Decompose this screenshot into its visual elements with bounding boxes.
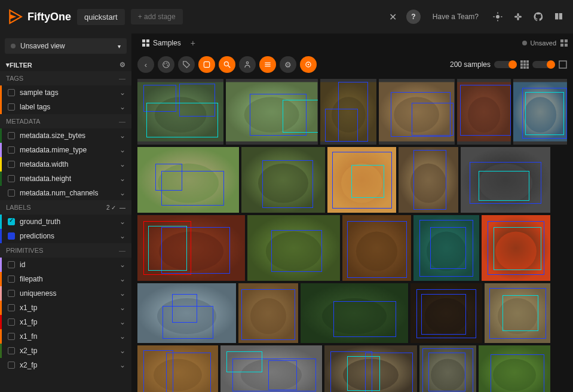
section-header[interactable]: LABELS2 ✓ —: [0, 200, 131, 215]
sample-thumbnail[interactable]: [220, 345, 322, 392]
filter-item[interactable]: x2_fp⌄: [0, 358, 131, 372]
slack-icon[interactable]: [513, 11, 523, 22]
checkbox[interactable]: [8, 132, 15, 139]
sample-thumbnail[interactable]: [320, 79, 377, 145]
sample-thumbnail[interactable]: [137, 215, 245, 281]
checkbox[interactable]: [8, 175, 15, 182]
checkbox[interactable]: [8, 290, 15, 297]
filter-item[interactable]: metadata.num_channels⌄: [0, 186, 131, 200]
expand-icon[interactable]: [559, 60, 567, 69]
filter-item[interactable]: metadata.size_bytes⌄: [0, 128, 131, 143]
sample-thumbnail[interactable]: [301, 283, 408, 343]
chevron-down-icon: ⌄: [119, 275, 125, 283]
sample-thumbnail[interactable]: [461, 147, 550, 213]
section-header[interactable]: PRIMITIVES—: [0, 243, 131, 258]
checkbox[interactable]: [8, 161, 15, 168]
back-button[interactable]: ‹: [137, 56, 154, 73]
checkbox[interactable]: [8, 333, 15, 340]
filter-item[interactable]: id⌄: [0, 258, 131, 272]
sample-thumbnail[interactable]: [379, 79, 454, 145]
checkbox[interactable]: [8, 318, 15, 326]
checkbox[interactable]: [8, 232, 15, 240]
section-header[interactable]: TAGS—: [0, 71, 131, 85]
checkbox[interactable]: [8, 218, 15, 225]
sample-thumbnail[interactable]: [241, 147, 325, 213]
sample-thumbnail[interactable]: [137, 345, 218, 392]
ai-button[interactable]: [300, 56, 317, 73]
filter-label: filepath: [20, 275, 43, 283]
sample-thumbnail[interactable]: [247, 215, 340, 281]
sample-thumbnail[interactable]: [137, 79, 223, 145]
person-button[interactable]: [239, 56, 256, 73]
settings-button[interactable]: ⚙: [280, 56, 296, 73]
sample-thumbnail[interactable]: [399, 147, 458, 213]
sample-thumbnail[interactable]: [137, 283, 236, 343]
checkbox[interactable]: [8, 103, 15, 111]
dataset-selector[interactable]: quickstart: [77, 9, 125, 25]
filter-label: id: [20, 261, 25, 269]
checkbox[interactable]: [8, 261, 15, 268]
docs-icon[interactable]: [553, 11, 564, 22]
filter-item[interactable]: x2_tp⌄: [0, 344, 131, 358]
brightness-icon[interactable]: [492, 11, 503, 22]
filter-item[interactable]: x1_fp⌄: [0, 315, 131, 329]
sample-thumbnail[interactable]: [482, 215, 550, 281]
sample-thumbnail[interactable]: [410, 283, 482, 343]
palette-button[interactable]: [158, 56, 174, 73]
zoom-slider[interactable]: [532, 61, 555, 68]
filter-item[interactable]: x1_tp⌄: [0, 301, 131, 315]
checkbox[interactable]: [8, 89, 15, 96]
filter-item[interactable]: x1_fn⌄: [0, 329, 131, 344]
sample-thumbnail[interactable]: [457, 79, 511, 145]
filter-label: label tags: [20, 103, 50, 111]
chevron-down-icon: ⌄: [119, 332, 125, 341]
sample-thumbnail[interactable]: [485, 283, 550, 343]
add-stage-button[interactable]: + add stage: [131, 9, 183, 24]
view-dropdown[interactable]: Unsaved view ▾: [5, 38, 127, 54]
filter-label: x2_tp: [20, 347, 37, 355]
filter-item[interactable]: uniqueness⌄: [0, 286, 131, 301]
bookmark-icon[interactable]: [560, 39, 568, 47]
filter-item[interactable]: metadata.height⌄: [0, 172, 131, 186]
sample-thumbnail[interactable]: [226, 79, 317, 145]
filter-item[interactable]: ground_truth⌄: [0, 215, 131, 229]
filter-item[interactable]: metadata.mime_type⌄: [0, 143, 131, 157]
help-icon[interactable]: ?: [406, 10, 421, 24]
grid-size-icon[interactable]: [520, 60, 529, 69]
list-button[interactable]: [259, 56, 276, 73]
checkbox[interactable]: [8, 347, 15, 354]
tag-button[interactable]: [178, 56, 195, 73]
patches-button[interactable]: [198, 56, 215, 73]
filter-item[interactable]: sample tags⌄: [0, 85, 131, 100]
checkbox[interactable]: [8, 275, 15, 283]
gear-icon[interactable]: ⚙: [119, 61, 125, 69]
filter-item[interactable]: filepath⌄: [0, 272, 131, 286]
sample-thumbnail[interactable]: [342, 215, 411, 281]
search-button[interactable]: [219, 56, 235, 73]
filter-item[interactable]: metadata.width⌄: [0, 157, 131, 172]
github-icon[interactable]: [533, 11, 544, 22]
checkbox[interactable]: [8, 146, 15, 154]
section-header[interactable]: METADATA—: [0, 114, 131, 128]
sample-thumbnail[interactable]: [327, 147, 396, 213]
close-icon[interactable]: ✕: [386, 10, 400, 24]
quality-slider[interactable]: [494, 61, 517, 68]
filter-item[interactable]: label tags⌄: [0, 100, 131, 114]
team-link[interactable]: Have a Team?: [433, 13, 479, 21]
sample-thumbnail[interactable]: [324, 345, 417, 392]
sample-thumbnail[interactable]: [513, 79, 567, 145]
svg-rect-11: [142, 39, 145, 42]
add-tab-icon[interactable]: +: [191, 38, 195, 48]
sample-thumbnail[interactable]: [413, 215, 479, 281]
toolbar: ‹ ⚙ 200 samples: [131, 53, 573, 76]
sample-thumbnail[interactable]: [238, 283, 298, 343]
checkbox[interactable]: [8, 189, 15, 197]
filter-item[interactable]: predictions⌄: [0, 229, 131, 243]
sample-thumbnail[interactable]: [419, 345, 476, 392]
logo[interactable]: FiftyOne: [7, 9, 71, 24]
sample-thumbnail[interactable]: [137, 147, 239, 213]
checkbox[interactable]: [8, 362, 15, 369]
tab-samples[interactable]: Samples: [136, 35, 187, 51]
sample-thumbnail[interactable]: [479, 345, 550, 392]
checkbox[interactable]: [8, 304, 15, 311]
